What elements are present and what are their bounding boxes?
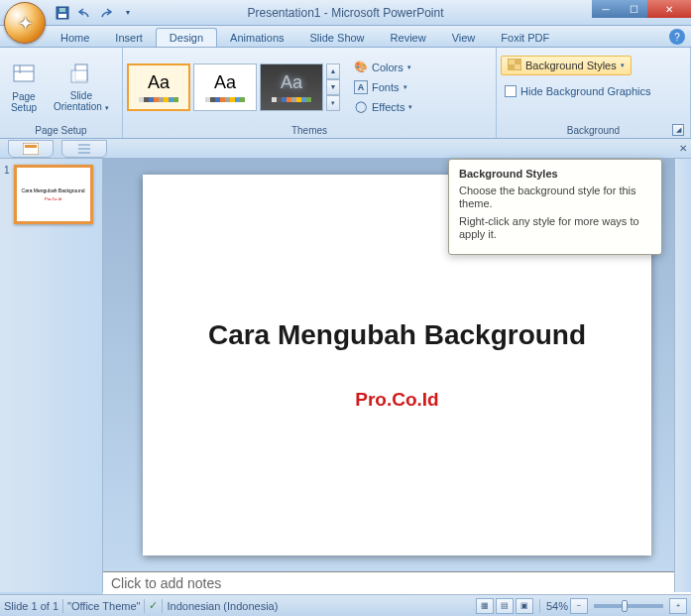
zoom-slider[interactable] [594,604,663,608]
maximize-button[interactable]: ☐ [620,0,647,18]
fonts-icon: A [354,80,368,94]
bg-styles-label: Background Styles [525,60,617,71]
tab-animations[interactable]: Animations [217,29,296,47]
slideshow-view-button[interactable]: ▣ [516,598,533,614]
theme-scroll-down[interactable]: ▼ [326,79,340,95]
theme-thumb-3[interactable]: Aa [260,63,323,111]
background-styles-button[interactable]: Background Styles ▾ [501,56,632,75]
fonts-label: Fonts [372,81,400,93]
outline-pane-tab[interactable] [61,140,107,158]
theme-scroll-up[interactable]: ▲ [326,63,340,79]
tab-design[interactable]: Design [156,28,217,47]
theme-thumb-2[interactable]: Aa [193,63,257,111]
hide-bg-label: Hide Background Graphics [520,85,650,97]
theme-palette-icon [272,97,311,102]
window-title: Presentation1 - Microsoft PowerPoint [247,6,443,20]
svg-rect-2 [59,8,65,12]
thumb-subtitle: Pro.Co.Id [45,196,61,201]
sorter-view-button[interactable]: ▤ [496,598,514,614]
slide-thumbnail-pane: 1 Cara Mengubah Background Pro.Co.Id [0,159,103,592]
ribbon: Page Setup Slide Orientation ▾ Page Setu… [0,48,691,139]
zoom-percent[interactable]: 54% [546,600,568,612]
svg-rect-9 [23,143,39,155]
tab-review[interactable]: Review [378,29,439,47]
tooltip-background-styles: Background Styles Choose the background … [448,159,662,255]
effects-label: Effects [372,101,404,113]
undo-icon[interactable] [75,4,93,22]
tab-slideshow[interactable]: Slide Show [297,29,378,47]
theme-palette-icon [139,97,178,102]
theme-gallery-expand[interactable]: ▾ [326,95,340,111]
theme-aa-text: Aa [281,72,302,93]
svg-rect-5 [71,70,87,82]
notes-pane[interactable]: Click to add notes [103,571,691,594]
slide-orientation-button[interactable]: Slide Orientation ▾ [48,59,115,115]
qat-customize-icon[interactable]: ▼ [119,4,137,22]
svg-rect-10 [25,145,37,148]
background-dialog-launcher[interactable]: ◢ [672,124,684,136]
svg-rect-3 [14,65,34,81]
theme-thumb-1[interactable]: Aa [127,63,190,111]
close-button[interactable]: ✕ [647,0,691,18]
window-controls: ─ ☐ ✕ [592,0,691,18]
tooltip-title: Background Styles [459,168,651,180]
thumb-title: Cara Mengubah Background [22,187,85,193]
save-icon[interactable] [54,4,71,22]
tab-foxitpdf[interactable]: Foxit PDF [488,29,562,47]
thumb-number: 1 [4,165,10,224]
theme-gallery-nav: ▲ ▼ ▾ [326,63,340,111]
colors-icon: 🎨 [354,61,368,74]
redo-icon[interactable] [97,4,115,22]
theme-effects-button[interactable]: ◯Effects ▾ [350,97,416,117]
status-bar: Slide 1 of 1 "Office Theme" ✓ Indonesian… [0,594,691,616]
theme-aa-text: Aa [148,72,170,93]
theme-palette-icon [205,97,245,102]
checkbox-icon [505,85,517,97]
orientation-label: Slide Orientation ▾ [54,90,109,113]
effects-icon: ◯ [354,100,368,114]
theme-fonts-button[interactable]: AFonts ▾ [350,77,416,97]
tab-home[interactable]: Home [48,29,102,47]
svg-rect-8 [508,64,515,70]
slide-thumbnail-1[interactable]: Cara Mengubah Background Pro.Co.Id [14,165,93,224]
hide-bg-graphics-checkbox[interactable]: Hide Background Graphics [501,83,654,99]
zoom-in-button[interactable]: + [669,598,687,614]
status-language[interactable]: Indonesian (Indonesia) [167,600,278,612]
slide-subtitle-text[interactable]: Pro.Co.Id [355,389,438,411]
quick-access-toolbar: ▼ [54,4,137,22]
spellcheck-icon[interactable]: ✓ [149,599,158,612]
close-pane-button[interactable]: ✕ [679,143,687,154]
normal-view-button[interactable]: ▦ [476,598,494,614]
tab-view[interactable]: View [439,29,489,47]
office-logo-icon: ✦ [19,14,32,33]
tooltip-line2: Right-click any style for more ways to a… [459,215,651,241]
zoom-out-button[interactable]: − [570,598,588,614]
group-label-background: Background◢ [501,124,686,138]
page-setup-button[interactable]: Page Setup [4,60,44,115]
slides-tab-icon [23,143,39,155]
slides-pane-tab[interactable] [8,140,54,158]
group-page-setup: Page Setup Slide Orientation ▾ Page Setu… [0,48,123,138]
page-setup-label: Page Setup [11,91,37,113]
slide-title-text[interactable]: Cara Mengubah Background [208,319,586,351]
minimize-button[interactable]: ─ [592,0,620,18]
group-label-pagesetup: Page Setup [4,124,118,138]
group-label-themes: Themes [127,124,492,138]
background-styles-icon [508,59,521,72]
orientation-icon [67,61,95,88]
pane-tab-bar: ✕ [0,139,691,159]
svg-rect-1 [58,14,66,18]
help-button[interactable]: ? [669,29,685,45]
theme-colors-button[interactable]: 🎨Colors ▾ [350,58,416,77]
tab-insert[interactable]: Insert [102,29,156,47]
status-theme: "Office Theme" [67,600,140,612]
group-themes: Aa Aa Aa ▲ ▼ ▾ 🎨Colors ▾ [123,48,497,138]
tooltip-line1: Choose the background style for this the… [459,185,651,210]
vertical-scrollbar[interactable] [674,159,691,592]
outline-tab-icon [77,144,91,154]
zoom-slider-handle[interactable] [622,600,628,612]
office-button[interactable]: ✦ [4,2,46,44]
status-slide-number: Slide 1 of 1 [4,600,58,612]
colors-label: Colors [372,62,403,73]
title-bar: ✦ ▼ Presentation1 - Microsoft PowerPoint… [0,0,691,26]
